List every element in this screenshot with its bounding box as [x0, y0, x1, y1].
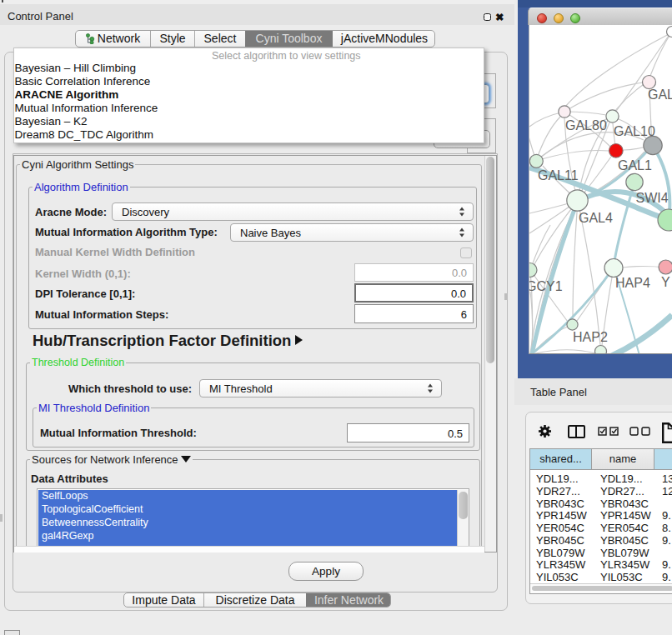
svg-text:GAL11: GAL11 — [538, 168, 579, 182]
svg-text:GAL4: GAL4 — [579, 211, 613, 225]
svg-text:Y: Y — [661, 275, 670, 289]
svg-text:GAL10: GAL10 — [614, 124, 655, 138]
svg-text:SWI4: SWI4 — [636, 191, 669, 205]
svg-text:HAP2: HAP2 — [573, 330, 608, 344]
svg-text:GAL1: GAL1 — [618, 158, 652, 172]
svg-text:GAL: GAL — [648, 88, 672, 102]
svg-text:GCY1: GCY1 — [529, 279, 563, 293]
svg-text:HAP4: HAP4 — [615, 276, 650, 290]
svg-text:GAL80: GAL80 — [565, 118, 607, 132]
